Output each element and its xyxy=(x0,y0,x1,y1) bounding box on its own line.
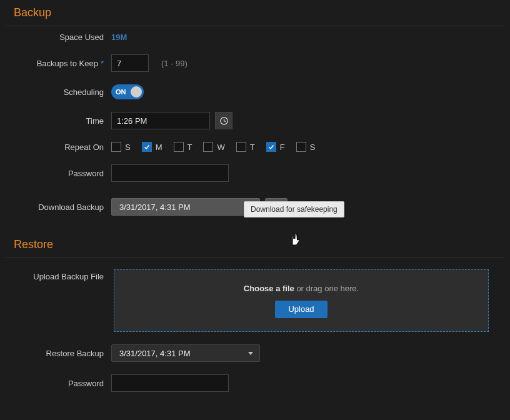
backup-password-label: Password xyxy=(0,169,111,178)
dropzone-text: Choose a file or drag one here. xyxy=(244,284,359,293)
download-backup-select[interactable]: 3/31/2017, 4:31 PM xyxy=(111,198,260,216)
time-label: Time xyxy=(0,116,111,126)
day-label: F xyxy=(280,142,285,152)
day-label: S xyxy=(310,142,316,152)
backups-to-keep-label: Backups to Keep* xyxy=(0,59,111,68)
clock-icon xyxy=(219,116,229,126)
backup-password-input[interactable] xyxy=(111,164,229,182)
required-asterisk: * xyxy=(101,59,104,68)
space-used-value: 19M xyxy=(111,32,127,42)
day-label: S xyxy=(125,142,131,152)
checkbox[interactable] xyxy=(111,142,121,152)
toggle-state-label: ON xyxy=(116,88,126,96)
day-checkbox-2[interactable]: T xyxy=(174,142,192,152)
checkbox[interactable] xyxy=(142,142,152,152)
download-backup-label: Download Backup xyxy=(0,202,111,212)
checkbox[interactable] xyxy=(266,142,276,152)
section-title-restore: Restore xyxy=(0,233,510,258)
restore-password-input[interactable] xyxy=(111,374,229,392)
download-backup-select-value: 3/31/2017, 4:31 PM xyxy=(119,202,190,212)
backups-to-keep-input[interactable] xyxy=(111,54,149,72)
scheduling-toggle[interactable]: ON xyxy=(111,84,144,99)
download-backup-button[interactable] xyxy=(265,198,288,216)
section-title-backup: Backup xyxy=(0,1,510,26)
checkbox[interactable] xyxy=(174,142,184,152)
cloud-download-icon xyxy=(271,201,282,212)
day-checkbox-6[interactable]: S xyxy=(296,142,316,152)
day-label: T xyxy=(250,142,255,152)
scheduling-label: Scheduling xyxy=(0,88,111,97)
day-label: W xyxy=(217,142,224,152)
chevron-down-icon xyxy=(248,206,253,209)
day-checkbox-4[interactable]: T xyxy=(236,142,255,152)
upload-backup-label: Upload Backup File xyxy=(0,269,111,281)
day-label: M xyxy=(156,142,162,152)
restore-backup-select-value: 3/31/2017, 4:31 PM xyxy=(119,349,190,358)
day-checkbox-0[interactable]: S xyxy=(111,142,131,152)
day-label: T xyxy=(188,142,192,152)
checkbox[interactable] xyxy=(203,142,213,152)
repeat-on-label: Repeat On xyxy=(0,142,111,152)
space-used-label: Space Used xyxy=(0,32,111,42)
checkbox[interactable] xyxy=(236,142,246,152)
restore-backup-select[interactable]: 3/31/2017, 4:31 PM xyxy=(111,344,260,362)
day-checkbox-5[interactable]: F xyxy=(266,142,285,152)
restore-password-label: Password xyxy=(0,379,111,388)
day-checkbox-1[interactable]: M xyxy=(142,142,162,152)
time-picker-button[interactable] xyxy=(215,112,232,129)
upload-button[interactable]: Upload xyxy=(275,301,327,318)
day-checkbox-3[interactable]: W xyxy=(203,142,224,152)
chevron-down-icon xyxy=(248,352,253,355)
upload-dropzone[interactable]: Choose a file or drag one here. Upload xyxy=(114,269,489,332)
backups-to-keep-hint: (1 - 99) xyxy=(161,59,188,68)
toggle-knob xyxy=(131,86,142,98)
restore-backup-label: Restore Backup xyxy=(0,349,111,358)
time-input[interactable] xyxy=(111,112,210,129)
checkbox[interactable] xyxy=(296,142,306,152)
